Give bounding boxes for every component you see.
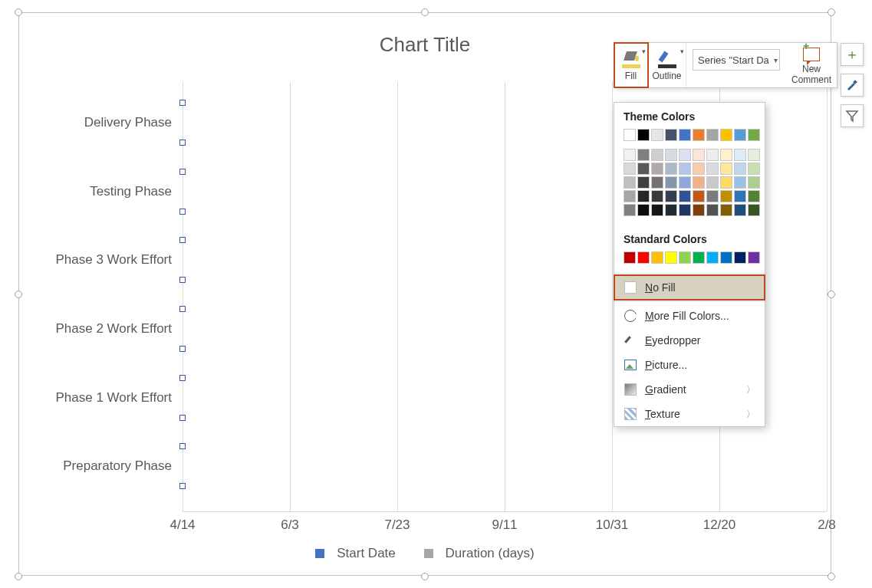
color-swatch[interactable] <box>665 149 677 161</box>
color-swatch[interactable] <box>637 149 650 161</box>
chart-elements-button[interactable]: ＋ <box>841 43 864 66</box>
color-swatch[interactable] <box>706 204 719 216</box>
color-swatch[interactable] <box>693 204 705 216</box>
color-swatch[interactable] <box>693 129 705 141</box>
color-swatch[interactable] <box>679 204 691 216</box>
color-swatch[interactable] <box>624 149 636 161</box>
color-swatch[interactable] <box>624 204 636 216</box>
color-swatch[interactable] <box>706 129 719 141</box>
color-swatch[interactable] <box>734 149 746 161</box>
color-swatch[interactable] <box>720 190 732 202</box>
color-swatch[interactable] <box>679 190 691 202</box>
gradient-icon <box>624 383 637 396</box>
color-swatch[interactable] <box>720 204 732 216</box>
color-swatch[interactable] <box>706 149 719 161</box>
color-swatch[interactable] <box>748 129 760 141</box>
more-fill-colors-item[interactable]: More Fill Colors... <box>614 304 765 328</box>
chart-filters-button[interactable] <box>841 104 864 127</box>
new-comment-label: Comment <box>791 74 831 85</box>
color-swatch[interactable] <box>679 251 691 264</box>
color-swatch[interactable] <box>748 163 760 175</box>
color-swatch[interactable] <box>734 129 746 141</box>
color-swatch[interactable] <box>720 176 732 189</box>
color-swatch[interactable] <box>720 251 732 264</box>
resize-handle[interactable] <box>828 573 835 580</box>
color-swatch[interactable] <box>651 251 663 264</box>
color-swatch[interactable] <box>679 129 691 141</box>
color-swatch[interactable] <box>651 190 663 202</box>
series-selector[interactable]: Series "Start Da ▾ <box>693 49 780 71</box>
color-swatch[interactable] <box>734 163 746 175</box>
color-swatch[interactable] <box>706 163 719 175</box>
color-swatch[interactable] <box>706 190 719 202</box>
color-swatch[interactable] <box>693 190 705 202</box>
color-swatch[interactable] <box>720 129 732 141</box>
color-swatch[interactable] <box>637 163 650 175</box>
color-swatch[interactable] <box>624 190 636 202</box>
color-swatch[interactable] <box>679 149 691 161</box>
color-swatch[interactable] <box>720 149 732 161</box>
y-category-label: Delivery Phase <box>84 115 183 130</box>
color-swatch[interactable] <box>748 204 760 216</box>
resize-handle[interactable] <box>828 291 835 298</box>
color-swatch[interactable] <box>693 251 705 264</box>
color-swatch[interactable] <box>651 149 663 161</box>
color-swatch[interactable] <box>706 176 719 189</box>
color-swatch[interactable] <box>679 163 691 175</box>
color-swatch[interactable] <box>665 176 677 189</box>
legend-entry[interactable]: Duration (days) <box>418 546 541 560</box>
resize-handle[interactable] <box>15 573 22 580</box>
color-swatch[interactable] <box>693 149 705 161</box>
color-swatch[interactable] <box>734 176 746 189</box>
color-swatch[interactable] <box>693 176 705 189</box>
legend[interactable]: Start Date Duration (days) <box>19 546 831 561</box>
color-swatch[interactable] <box>624 129 636 141</box>
color-swatch[interactable] <box>651 176 663 189</box>
color-swatch[interactable] <box>651 129 663 141</box>
chevron-right-icon: 〉 <box>746 383 755 396</box>
resize-handle[interactable] <box>15 291 22 298</box>
new-comment-button[interactable]: NewComment <box>786 43 837 87</box>
color-swatch[interactable] <box>637 129 650 141</box>
color-swatch[interactable] <box>665 251 677 264</box>
color-swatch[interactable] <box>748 176 760 189</box>
series-selector-value: Series "Start Da <box>698 54 769 66</box>
color-swatch[interactable] <box>748 149 760 161</box>
no-fill-item[interactable]: No Fill <box>614 275 765 300</box>
color-swatch[interactable] <box>748 190 760 202</box>
color-swatch[interactable] <box>637 251 650 264</box>
resize-handle[interactable] <box>15 8 22 16</box>
color-swatch[interactable] <box>665 129 677 141</box>
color-swatch[interactable] <box>637 204 650 216</box>
fill-button[interactable]: ▾ Fill <box>614 43 648 87</box>
chart-styles-button[interactable] <box>841 74 864 97</box>
color-swatch[interactable] <box>624 176 636 189</box>
color-swatch[interactable] <box>651 163 663 175</box>
gradient-item[interactable]: Gradient 〉 <box>614 377 765 402</box>
color-swatch[interactable] <box>679 176 691 189</box>
texture-item[interactable]: Texture 〉 <box>614 402 765 426</box>
color-swatch[interactable] <box>651 204 663 216</box>
color-swatch[interactable] <box>706 251 719 264</box>
color-swatch[interactable] <box>734 204 746 216</box>
color-swatch[interactable] <box>734 190 746 202</box>
color-swatch[interactable] <box>665 163 677 175</box>
color-swatch[interactable] <box>624 251 636 264</box>
outline-button[interactable]: ▾ Outline <box>648 43 686 87</box>
theme-shade-grid <box>614 149 765 225</box>
legend-entry[interactable]: Start Date <box>309 546 402 560</box>
eyedropper-item[interactable]: Eyedropper <box>614 328 765 353</box>
color-swatch[interactable] <box>665 190 677 202</box>
color-swatch[interactable] <box>637 190 650 202</box>
color-swatch[interactable] <box>624 163 636 175</box>
color-swatch[interactable] <box>665 204 677 216</box>
color-swatch[interactable] <box>693 163 705 175</box>
picture-item[interactable]: Picture... <box>614 353 765 377</box>
color-swatch[interactable] <box>637 176 650 189</box>
color-swatch[interactable] <box>720 163 732 175</box>
resize-handle[interactable] <box>421 573 429 580</box>
color-swatch[interactable] <box>734 251 746 264</box>
resize-handle[interactable] <box>828 8 835 16</box>
color-swatch[interactable] <box>748 251 760 264</box>
resize-handle[interactable] <box>421 8 429 16</box>
